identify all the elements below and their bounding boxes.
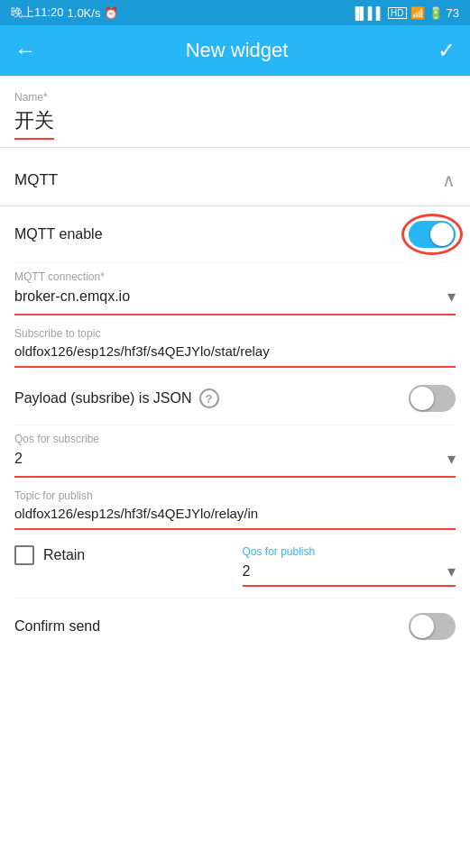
payload-help-icon[interactable]: ? (199, 388, 219, 408)
payload-json-row: Payload (subsribe) is JSON ? (14, 372, 456, 425)
qos-publish-group: Qos for publish 2 ▾ (243, 545, 456, 587)
subscribe-topic-label: Subscribe to topic (14, 327, 456, 340)
mqtt-title: MQTT (14, 171, 58, 189)
mqtt-section-header[interactable]: MQTT ∧ (0, 155, 470, 206)
mqtt-enable-toggle[interactable] (409, 221, 456, 248)
hd-icon: HD (388, 7, 406, 19)
mqtt-connection-value-row[interactable]: broker-cn.emqx.io ▾ (14, 287, 456, 315)
status-bar-left: 晚上11:20 1.0K/s ⏰ (11, 5, 118, 21)
topic-publish-label: Topic for publish (14, 489, 456, 502)
name-label: Name* (14, 91, 456, 104)
qos-publish-label: Qos for publish (243, 545, 456, 558)
name-value[interactable]: 开关 (14, 107, 54, 140)
retain-qos-row: Retain Qos for publish 2 ▾ (14, 535, 456, 598)
qos-publish-dropdown-icon: ▾ (447, 562, 456, 581)
confirm-send-toggle[interactable] (409, 613, 456, 640)
app-bar: ← New widget ✓ (0, 25, 470, 76)
name-section: Name* 开关 (0, 77, 470, 148)
signal-icon: ▐▌▌▌ (351, 6, 384, 20)
qos-publish-value: 2 (243, 563, 251, 580)
wifi-icon: 📶 (410, 6, 425, 20)
chevron-up-icon: ∧ (442, 169, 456, 191)
status-bar: 晚上11:20 1.0K/s ⏰ ▐▌▌▌ HD 📶 🔋 73 (0, 0, 470, 25)
mqtt-connection-value: broker-cn.emqx.io (14, 288, 130, 305)
mqtt-connection-label: MQTT connection* (14, 270, 456, 283)
page-title: New widget (186, 39, 289, 62)
payload-json-label: Payload (subsribe) is JSON (14, 390, 192, 407)
mqtt-content: MQTT enable MQTT connection* broker-cn.e… (0, 206, 470, 654)
back-button[interactable]: ← (14, 38, 36, 63)
subscribe-topic-field: Subscribe to topic oldfox126/esp12s/hf3f… (14, 320, 456, 372)
payload-label-group: Payload (subsribe) is JSON ? (14, 388, 219, 408)
time: 晚上11:20 (11, 5, 64, 21)
content-area: Name* 开关 MQTT ∧ MQTT enable MQTT connect… (0, 77, 470, 654)
speed: 1.0K/s (68, 6, 101, 20)
confirm-button[interactable]: ✓ (438, 38, 456, 63)
retain-group: Retain (14, 545, 228, 565)
retain-checkbox[interactable] (14, 545, 34, 565)
battery-icon: 🔋 (429, 6, 443, 20)
qos-subscribe-value-row[interactable]: 2 ▾ (14, 449, 456, 478)
battery-level: 73 (447, 6, 459, 20)
spacer-1 (0, 148, 470, 155)
payload-json-toggle[interactable] (409, 385, 456, 412)
subscribe-topic-value[interactable]: oldfox126/esp12s/hf3f/s4QEJYlo/stat/rela… (14, 343, 456, 368)
mqtt-connection-dropdown-icon: ▾ (447, 287, 456, 306)
mqtt-enable-label: MQTT enable (14, 226, 103, 242)
qos-subscribe-value: 2 (14, 451, 23, 467)
qos-subscribe-field: Qos for subscribe 2 ▾ (14, 425, 456, 482)
status-bar-right: ▐▌▌▌ HD 📶 🔋 73 (351, 6, 459, 20)
qos-subscribe-label: Qos for subscribe (14, 433, 456, 445)
topic-publish-field: Topic for publish oldfox126/esp12s/hf3f/… (14, 482, 456, 535)
topic-publish-value[interactable]: oldfox126/esp12s/hf3f/s4QEJYlo/relay/in (14, 506, 456, 530)
qos-publish-value-row[interactable]: 2 ▾ (243, 562, 456, 581)
qos-subscribe-dropdown-icon: ▾ (447, 449, 456, 469)
confirm-send-row: Confirm send (14, 598, 456, 654)
mqtt-enable-row: MQTT enable (14, 206, 456, 263)
confirm-send-label: Confirm send (14, 618, 100, 635)
retain-label: Retain (43, 547, 85, 563)
qos-publish-underline (243, 585, 456, 587)
alarm-icon: ⏰ (104, 6, 118, 20)
mqtt-connection-field: MQTT connection* broker-cn.emqx.io ▾ (14, 263, 456, 320)
mqtt-enable-toggle-highlight (409, 221, 456, 248)
